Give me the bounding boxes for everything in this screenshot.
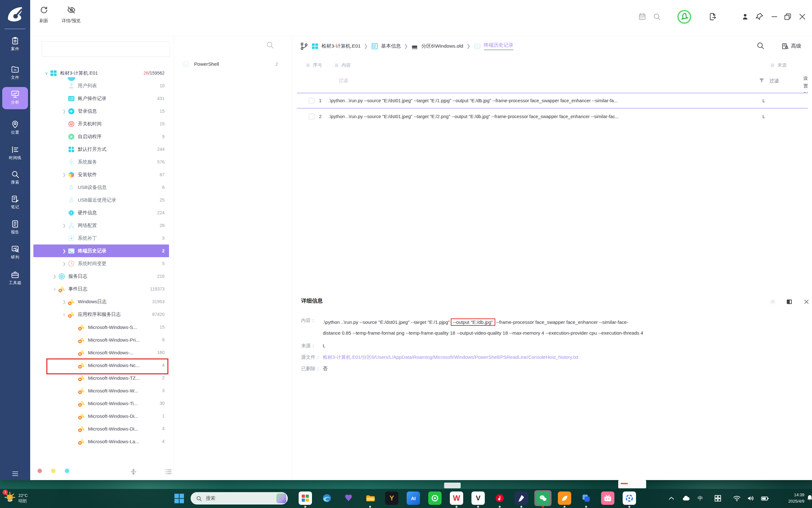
tree-item-power[interactable]: 开关机时间15 (33, 118, 169, 130)
detail-source-file-link[interactable]: 检材3-计算机.E01/分区6/Users/L/AppData/Roaming/… (323, 354, 578, 361)
sidebar-item-toolbox[interactable]: 工具箱 (0, 269, 30, 292)
tree-item-warnerr[interactable]: Microsoft-Windows-La...4 (33, 435, 169, 448)
taskbar-app-pen-app[interactable] (515, 492, 528, 505)
detail-settings-icon[interactable] (769, 298, 776, 305)
tree-item-login[interactable]: ❯登录信息15 (33, 105, 169, 118)
tree-item-snow[interactable]: 系统服务576 (33, 156, 169, 168)
taskbar-search-box[interactable]: 搜索 (191, 492, 288, 505)
sidebar-item-case[interactable]: 案件 (0, 36, 30, 58)
taskbar-app-leaf-app[interactable] (558, 492, 571, 505)
column-header-index[interactable]: 序号 (306, 62, 322, 68)
taskbar-app-music[interactable] (493, 492, 506, 505)
table-row[interactable]: 1.\python ..\run.py --source "E:/dst01.j… (297, 93, 808, 109)
tree-item-servicelog[interactable]: ❯服务日志216 (33, 270, 169, 283)
table-row[interactable]: 2.\python ..\run.py --source "E:/dst01.j… (297, 109, 808, 124)
column-header-content[interactable]: 内容 (334, 62, 351, 68)
taskbar-app-flower-app[interactable] (623, 492, 636, 505)
filter-funnel-icon[interactable] (759, 78, 765, 84)
notify-icon[interactable] (677, 9, 692, 24)
notification-bell-icon[interactable] (806, 494, 812, 502)
search-highlight-image[interactable] (276, 494, 286, 503)
close-icon[interactable] (798, 12, 807, 21)
taskbar-app-moth-app[interactable] (342, 492, 355, 505)
tree-item-terminal[interactable]: ❯终端历史记录2 (33, 245, 169, 257)
taskbar-app-link-app[interactable] (579, 492, 593, 505)
taskbar-app-file-explorer[interactable] (363, 492, 377, 505)
taskbar-app-wechat[interactable] (536, 492, 550, 505)
tree-item-play[interactable]: 自启动程序9 (33, 130, 169, 143)
chevron-down-icon[interactable]: ∨ (51, 287, 58, 292)
row-checkbox[interactable] (309, 98, 315, 103)
taskbar-clock[interactable]: 14:39 2025/4/9 (773, 492, 804, 505)
tree-item-timechange[interactable]: ❯系统时间变更5 (33, 257, 169, 270)
artifact-type-powershell[interactable]: PowerShell2 (174, 58, 293, 71)
chevron-right-icon[interactable]: ❯ (51, 274, 58, 279)
refresh-button[interactable]: 刷新 (36, 6, 52, 24)
cloud-icon[interactable] (682, 494, 690, 503)
breadcrumb-item[interactable]: 分区6\Windows.old (421, 43, 463, 49)
sidebar-item-timeline[interactable]: 时间线 (0, 144, 30, 167)
detail-panel-toggle-icon[interactable] (786, 298, 793, 305)
tree-item-warnerr[interactable]: ∨事件日志119373 (33, 283, 169, 295)
taskbar-app-app-store[interactable] (299, 492, 312, 505)
user-icon[interactable] (741, 12, 749, 21)
chevron-right-icon[interactable]: ❯ (61, 299, 68, 304)
tree-item-card[interactable]: 账户操作记录431 (33, 92, 169, 105)
tree-item-patch[interactable]: 系统补丁3 (33, 232, 169, 245)
breadcrumb-item[interactable]: 基本信息 (381, 43, 401, 49)
ime-grid-icon[interactable] (714, 494, 722, 503)
content-filter-input[interactable]: 过滤 (339, 78, 348, 84)
detail-preview-toggle[interactable]: 详情/预览 (57, 6, 85, 24)
advanced-search-button[interactable]: 高级 (781, 43, 801, 50)
collapse-expand-icon[interactable] (130, 468, 137, 476)
chevron-right-icon[interactable]: ❯ (61, 261, 68, 266)
tree-item-warnerr[interactable]: ❯Windows日志31953 (33, 295, 169, 308)
subpanel-search-icon[interactable] (266, 41, 274, 49)
tree-item-warnerr[interactable]: Microsoft-Windows-S...15 (33, 321, 169, 333)
list-view-icon[interactable] (165, 468, 172, 476)
tree-search-input[interactable] (42, 41, 170, 57)
taskbar-app-bilibili[interactable] (601, 492, 614, 505)
main-search-icon[interactable] (756, 41, 765, 50)
breadcrumb-item[interactable]: 终端历史记录 (484, 42, 513, 50)
taskbar-app-v-app[interactable]: V (472, 492, 485, 505)
chevron-right-icon[interactable]: ❯ (61, 109, 68, 114)
wifi-icon[interactable] (733, 494, 741, 503)
taskbar-app-green-app[interactable] (428, 492, 442, 505)
sidebar-item-location[interactable]: 位置 (0, 119, 30, 141)
battery-icon[interactable] (761, 494, 769, 503)
tree-item-warnerr[interactable]: Microsoft-Windows-W...3 (33, 384, 169, 397)
tree-item-usb[interactable]: USB最近使用记录25 (33, 194, 169, 206)
chevron-right-icon[interactable]: ❯ (61, 172, 68, 177)
tree-item-usb[interactable]: USB设备信息6 (33, 181, 169, 194)
taskbar-app-legion[interactable]: Y (385, 492, 398, 505)
sidebar-item-analysis[interactable]: 分析 (0, 89, 30, 111)
ime-language-indicator[interactable]: 中 (698, 495, 706, 503)
tree-item-chip[interactable]: 硬件信息224 (33, 206, 169, 219)
tree-item-warnerr[interactable]: Microsoft-Windows-Pri...8 (33, 333, 169, 346)
start-button[interactable] (173, 493, 185, 504)
search-icon[interactable] (652, 12, 661, 21)
tree-item-openwith[interactable]: 默认打开方式244 (33, 143, 169, 156)
taskbar-app-edge[interactable] (320, 492, 333, 505)
minimize-icon[interactable] (770, 12, 779, 21)
tree-item-warnerr[interactable]: Microsoft-Windows-...160 (33, 346, 169, 359)
breadcrumb-item[interactable]: 检材3-计算机.E01 (322, 43, 361, 49)
tree-item-net[interactable]: ❯网络配置28 (33, 219, 169, 232)
tree-item-warnerr[interactable]: Microsoft-Windows-Ti...30 (33, 397, 169, 410)
taskbar-app-ai-assistant[interactable]: AI (407, 492, 420, 505)
export-icon[interactable] (708, 12, 717, 21)
tree-item-cube[interactable]: ❯安装软件87 (33, 168, 169, 181)
sidebar-item-files[interactable]: 文件 (0, 64, 30, 86)
tree-item-user[interactable]: 用户列表10 (33, 79, 169, 92)
sidebar-item-report[interactable]: 报告 (0, 219, 30, 241)
column-header-source[interactable]: 来源 (770, 62, 786, 68)
tree-item-warnerr[interactable]: Microsoft-Windows-Di...1 (33, 410, 169, 422)
tree-item-warnerr[interactable]: Microsoft-Windows-Di...4 (33, 422, 169, 435)
chevron-down-icon[interactable]: ∨ (61, 312, 68, 317)
pin-icon[interactable] (755, 12, 764, 21)
sidebar-item-judge[interactable]: 研判 (0, 244, 30, 266)
detail-close-icon[interactable] (803, 298, 810, 305)
chevron-up-icon[interactable] (667, 494, 676, 503)
chevron-down-icon[interactable]: ∨ (43, 71, 50, 76)
